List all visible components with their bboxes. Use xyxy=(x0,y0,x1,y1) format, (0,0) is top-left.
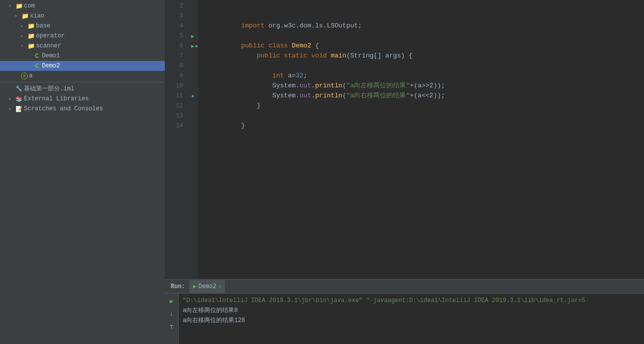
folder-triangle-icon xyxy=(12,12,20,20)
sidebar-divider xyxy=(0,82,165,82)
code-editor[interactable]: 2 3 4 5 6 7 8 9 10 11 12 13 14 ▶ xyxy=(165,0,644,279)
console-output: "D:\idea1\IntelliJ IDEA 2019.3.1\jbr\bin… xyxy=(179,294,644,344)
iml-icon: 🔧 xyxy=(15,85,23,93)
sidebar-item-label: Demo1 xyxy=(42,52,60,59)
sidebar-item-label: 基础第一部分.iml xyxy=(24,84,74,93)
sidebar-item-base[interactable]: 📁 base xyxy=(0,21,165,31)
gutter-run-bookmark[interactable]: ▶ ◆ xyxy=(187,41,198,51)
close-tab-button[interactable]: ✕ xyxy=(218,284,221,290)
code-line-12 xyxy=(202,101,644,111)
gutter-line xyxy=(187,71,198,81)
sidebar-item-label: External Libraries xyxy=(24,95,89,102)
sidebar-item-iml[interactable]: 🔧 基础第一部分.iml xyxy=(0,83,165,94)
spacer-icon xyxy=(12,72,20,80)
spacer-icon xyxy=(24,62,32,70)
console-output-line-1: a向左移两位的结果8 xyxy=(183,306,640,316)
sidebar-item-label: com xyxy=(24,2,35,9)
code-line-5: public class Demo2 { xyxy=(202,31,644,41)
folder-icon: 📁 xyxy=(27,42,35,50)
gutter-bookmark[interactable]: ◆ xyxy=(187,91,198,101)
gutter-line xyxy=(187,111,198,121)
console-toolbar: ▶ ↓ ⊤ xyxy=(165,294,179,344)
line-numbers: 2 3 4 5 6 7 8 9 10 11 12 13 14 xyxy=(165,0,187,279)
sidebar-item-demo1[interactable]: C Demo1 xyxy=(0,51,165,61)
folder-triangle-icon xyxy=(18,22,26,30)
code-line-13: } xyxy=(202,111,644,121)
lib-icon: 📚 xyxy=(15,95,23,103)
class-run-icon: C xyxy=(33,52,41,60)
gutter-line xyxy=(187,21,198,31)
code-line-2 xyxy=(202,1,644,11)
folder-triangle-icon xyxy=(18,32,26,40)
folder-triangle-icon xyxy=(6,2,14,10)
console-command-line: "D:\idea1\IntelliJ IDEA 2019.3.1\jbr\bin… xyxy=(183,296,640,306)
sidebar-item-a[interactable]: a a xyxy=(0,71,165,81)
gutter-run-icon[interactable]: ▶ xyxy=(187,31,198,41)
pin-button[interactable]: ⊤ xyxy=(166,322,177,333)
folder-icon: 📁 xyxy=(27,32,35,40)
code-line-8: int a=32; xyxy=(202,61,644,71)
console-output-line-2: a向右移两位的结果128 xyxy=(183,316,640,326)
spacer-icon xyxy=(6,85,14,93)
sidebar-item-label: operator xyxy=(36,32,65,39)
folder-icon: 📁 xyxy=(27,22,35,30)
folder-icon: 📁 xyxy=(15,2,23,10)
sidebar-item-operator[interactable]: 📁 operator xyxy=(0,31,165,41)
sidebar-item-label: Demo2 xyxy=(42,62,60,69)
gutter-line xyxy=(187,1,198,11)
sidebar-item-label: base xyxy=(36,22,50,29)
class-run-icon: C xyxy=(33,62,41,70)
run-tab-demo2[interactable]: ▶ Demo2 ✕ xyxy=(189,280,226,293)
run-tab-icon: ▶ xyxy=(193,283,197,290)
sidebar-item-com[interactable]: 📁 com xyxy=(0,1,165,11)
editor-gutter: ▶ ▶ ◆ ◆ xyxy=(187,0,198,279)
gutter-line xyxy=(187,51,198,61)
sidebar-item-scratches[interactable]: 📝 Scratches and Consoles xyxy=(0,104,165,114)
sidebar-item-label: xiao xyxy=(30,12,44,19)
gutter-line xyxy=(187,11,198,21)
editor-area: 2 3 4 5 6 7 8 9 10 11 12 13 14 ▶ xyxy=(165,0,644,344)
sidebar-item-label: scanner xyxy=(36,42,61,49)
gutter-line xyxy=(187,61,198,71)
scratch-icon: 📝 xyxy=(15,105,23,113)
run-label: Run: xyxy=(167,283,189,290)
run-tab-label: Demo2 xyxy=(198,283,216,290)
project-sidebar: 📁 com 📁 xiao 📁 base 📁 operator 📁 scanner… xyxy=(0,0,165,344)
sidebar-item-external-libraries[interactable]: 📚 External Libraries xyxy=(0,94,165,104)
gutter-line xyxy=(187,101,198,111)
sidebar-item-xiao[interactable]: 📁 xiao xyxy=(0,11,165,21)
bottom-panel: Run: ▶ Demo2 ✕ ▶ ↓ ⊤ "D:\idea1\IntelliJ … xyxy=(165,279,644,344)
folder-icon: 📁 xyxy=(21,12,29,20)
gutter-line xyxy=(187,121,198,131)
run-button[interactable]: ▶ xyxy=(166,296,177,307)
sidebar-item-label: a xyxy=(29,72,32,79)
main-layout: 📁 com 📁 xiao 📁 base 📁 operator 📁 scanner… xyxy=(0,0,644,344)
code-line-3: import org.w3c.dom.ls.LSOutput; xyxy=(202,11,644,21)
folder-triangle-icon xyxy=(18,42,26,50)
sidebar-item-demo2[interactable]: C Demo2 xyxy=(0,61,165,71)
folder-triangle-icon xyxy=(6,95,14,103)
sidebar-item-scanner[interactable]: 📁 scanner xyxy=(0,41,165,51)
sidebar-item-label: Scratches and Consoles xyxy=(24,105,103,112)
scroll-down-button[interactable]: ↓ xyxy=(166,309,177,320)
code-content[interactable]: import org.w3c.dom.ls.LSOutput; public c… xyxy=(198,0,644,279)
console-output-area: ▶ ↓ ⊤ "D:\idea1\IntelliJ IDEA 2019.3.1\j… xyxy=(165,294,644,344)
var-icon: a xyxy=(21,72,28,79)
gutter-line xyxy=(187,81,198,91)
code-line-14 xyxy=(202,121,644,131)
run-tabs: Run: ▶ Demo2 ✕ xyxy=(165,280,644,294)
folder-triangle-icon xyxy=(6,105,14,113)
spacer-icon xyxy=(24,52,32,60)
